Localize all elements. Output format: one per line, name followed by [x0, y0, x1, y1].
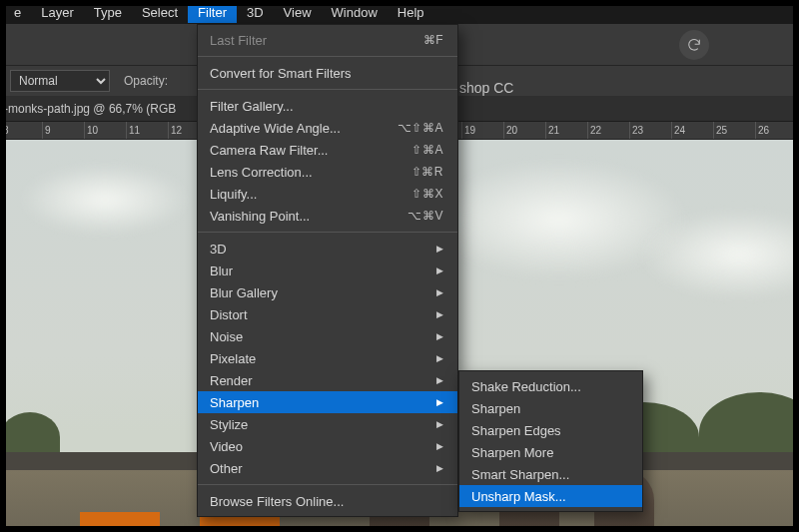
menu-item-noise[interactable]: Noise — [198, 325, 457, 347]
filter-menu: Last Filter ⌘F Convert for Smart Filters… — [197, 24, 458, 517]
menu-item-label: Blur — [210, 264, 233, 278]
menu-filter[interactable]: Filter — [188, 2, 237, 23]
menu-item-browse-filters[interactable]: Browse Filters Online... — [198, 490, 457, 512]
menu-item-blur[interactable]: Blur — [198, 260, 457, 281]
menu-item-label: Video — [210, 439, 243, 454]
menu-separator — [198, 56, 457, 57]
menu-item-sharpen-more[interactable]: Sharpen More — [459, 441, 642, 463]
menu-item-label: Other — [210, 461, 243, 476]
menu-separator — [198, 89, 457, 90]
menu-item-sharpen[interactable]: Sharpen — [198, 391, 457, 413]
menu-shortcut: ⌥⌘V — [407, 209, 443, 223]
menu-item-stylize[interactable]: Stylize — [198, 413, 457, 435]
photo-robe — [80, 512, 160, 532]
menu-shortcut: ⇧⌘X — [411, 187, 443, 201]
menu-item-label: Last Filter — [210, 33, 267, 48]
menu-item-sharpen-basic[interactable]: Sharpen — [459, 397, 642, 419]
menu-item-adaptive-wide-angle[interactable]: Adaptive Wide Angle... ⌥⇧⌘A — [198, 117, 457, 139]
menu-edit-partial[interactable]: e — [4, 2, 31, 23]
photo-cloud — [639, 210, 799, 299]
menu-item-video[interactable]: Video — [198, 435, 457, 457]
menu-item-label: Distort — [210, 307, 248, 322]
menu-item-label: Vanishing Point... — [210, 209, 310, 224]
menu-item-label: Pixelate — [210, 351, 256, 366]
menu-item-3d[interactable]: 3D — [198, 238, 457, 260]
menu-item-label: Sharpen — [210, 395, 259, 410]
menu-item-shake-reduction[interactable]: Shake Reduction... — [459, 375, 642, 397]
menu-item-label: Blur Gallery — [210, 285, 278, 300]
menu-item-label: Noise — [210, 329, 243, 344]
ruler-tick: 21 — [545, 122, 587, 139]
ruler-tick: 25 — [713, 122, 755, 139]
menu-item-label: Sharpen More — [471, 445, 553, 460]
menu-item-lens-correction[interactable]: Lens Correction... ⇧⌘R — [198, 161, 457, 183]
menu-item-label: Stylize — [210, 417, 248, 432]
menu-3d[interactable]: 3D — [237, 2, 274, 23]
menu-item-label: Adaptive Wide Angle... — [210, 121, 341, 136]
menu-item-label: Render — [210, 373, 253, 388]
ruler-tick: 22 — [587, 122, 629, 139]
menu-item-label: Shake Reduction... — [471, 379, 581, 394]
menu-item-camera-raw-filter[interactable]: Camera Raw Filter... ⇧⌘A — [198, 139, 457, 161]
menu-shortcut: ⌘F — [423, 33, 443, 47]
menu-item-label: Browse Filters Online... — [210, 494, 344, 509]
menu-separator — [198, 232, 457, 233]
menu-window[interactable]: Window — [322, 2, 388, 23]
menu-item-label: Sharpen — [471, 401, 520, 416]
menu-item-label: Camera Raw Filter... — [210, 143, 328, 158]
menu-item-other[interactable]: Other — [198, 457, 457, 479]
blend-mode-select[interactable]: Normal — [10, 70, 110, 92]
ruler-tick: 10 — [84, 122, 126, 139]
app-name: shop CC — [459, 80, 513, 96]
menu-item-pixelate[interactable]: Pixelate — [198, 347, 457, 369]
menu-item-label: Liquify... — [210, 187, 257, 202]
menu-layer[interactable]: Layer — [31, 2, 84, 23]
opacity-label: Opacity: — [124, 74, 168, 88]
ruler-tick: 23 — [629, 122, 671, 139]
menu-separator — [198, 484, 457, 485]
menu-shortcut: ⌥⇧⌘A — [398, 121, 443, 135]
menu-item-label: 3D — [210, 242, 227, 257]
ruler-tick: 11 — [126, 122, 168, 139]
ruler-tick: 20 — [503, 122, 545, 139]
menu-item-label: Smart Sharpen... — [471, 467, 569, 482]
menu-item-distort[interactable]: Distort — [198, 303, 457, 325]
ruler-tick: 19 — [461, 122, 503, 139]
ruler-tick: 24 — [671, 122, 713, 139]
photo-cloud — [20, 165, 190, 235]
menu-item-label: Sharpen Edges — [471, 423, 561, 438]
menu-help[interactable]: Help — [388, 2, 434, 23]
menu-shortcut: ⇧⌘R — [411, 165, 443, 179]
ruler-tick: 8 — [0, 122, 42, 139]
menu-item-convert-smart-filters[interactable]: Convert for Smart Filters — [198, 62, 457, 84]
sharpen-submenu: Shake Reduction... Sharpen Sharpen Edges… — [458, 370, 643, 512]
ruler-tick: 9 — [42, 122, 84, 139]
menu-type[interactable]: Type — [84, 2, 132, 23]
menu-shortcut: ⇧⌘A — [411, 143, 443, 157]
menu-item-smart-sharpen[interactable]: Smart Sharpen... — [459, 463, 642, 485]
menubar: e Layer Type Select Filter 3D View Windo… — [0, 0, 799, 24]
menu-item-liquify[interactable]: Liquify... ⇧⌘X — [198, 183, 457, 205]
refresh-icon[interactable] — [679, 30, 709, 60]
menu-item-label: Convert for Smart Filters — [210, 66, 352, 81]
menu-select[interactable]: Select — [132, 2, 188, 23]
menu-item-vanishing-point[interactable]: Vanishing Point... ⌥⌘V — [198, 205, 457, 227]
menu-view[interactable]: View — [274, 2, 322, 23]
ruler-tick: 26 — [755, 122, 797, 139]
menu-item-label: Lens Correction... — [210, 165, 313, 180]
menu-item-blur-gallery[interactable]: Blur Gallery — [198, 281, 457, 303]
menu-item-label: Filter Gallery... — [210, 99, 294, 114]
menu-item-unsharp-mask[interactable]: Unsharp Mask... — [459, 485, 642, 507]
menu-item-last-filter: Last Filter ⌘F — [198, 29, 457, 51]
menu-item-sharpen-edges[interactable]: Sharpen Edges — [459, 419, 642, 441]
menu-item-render[interactable]: Render — [198, 369, 457, 391]
menu-item-filter-gallery[interactable]: Filter Gallery... — [198, 95, 457, 117]
menu-item-label: Unsharp Mask... — [471, 489, 566, 504]
